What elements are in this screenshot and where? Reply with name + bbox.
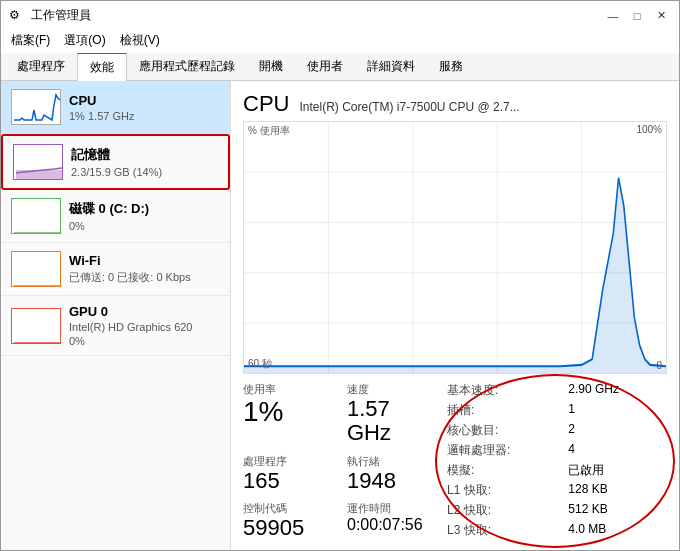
processes-label: 處理程序 — [243, 454, 327, 469]
memory-label: 記憶體 — [71, 146, 218, 164]
logical-label: 邏輯處理器: — [447, 442, 558, 459]
cpu-chart: % 使用率 100% 60 秒 0 — [243, 121, 667, 374]
speed-label: 速度 — [347, 382, 431, 397]
processes-stat: 處理程序 165 — [243, 454, 327, 493]
uptime-value: 0:00:07:56 — [347, 516, 431, 534]
stats-right: 基本速度: 2.90 GHz 插槽: 1 核心數目: 2 邏輯處理器: 4 模擬… — [447, 382, 667, 540]
handles-stat: 控制代碼 59905 — [243, 501, 327, 540]
threads-label: 執行緒 — [347, 454, 431, 469]
menu-bar: 檔案(F) 選項(O) 檢視(V) — [1, 28, 679, 53]
virt-value: 已啟用 — [568, 462, 667, 479]
app-icon: ⚙ — [9, 8, 25, 24]
minimize-button[interactable]: — — [603, 8, 623, 24]
chart-y-min: 0 — [656, 360, 662, 371]
stats-bottom: 使用率 1% 速度 1.57 GHz 處理程序 165 執行緒 — [243, 382, 667, 540]
svg-rect-1 — [16, 170, 62, 179]
cpu-info: CPU 1% 1.57 GHz — [69, 93, 220, 122]
tab-services[interactable]: 服務 — [427, 53, 475, 80]
l3-label: L3 快取: — [447, 522, 558, 539]
gpu-sublabel: Intel(R) HD Graphics 620 — [69, 321, 220, 333]
panel-subtitle: Intel(R) Core(TM) i7-7500U CPU @ 2.7... — [299, 100, 519, 114]
tab-processes[interactable]: 處理程序 — [5, 53, 77, 80]
maximize-button[interactable]: □ — [627, 8, 647, 24]
title-bar-left: ⚙ 工作管理員 — [9, 7, 91, 24]
speed-value: 1.57 GHz — [347, 397, 431, 445]
chart-y-max: 100% — [636, 124, 662, 135]
gpu-sublabel2: 0% — [69, 335, 220, 347]
processes-value: 165 — [243, 469, 327, 493]
l2-value: 512 KB — [568, 502, 667, 519]
uptime-label: 運作時間 — [347, 501, 431, 516]
gpu-label: GPU 0 — [69, 304, 220, 319]
cpu-sublabel: 1% 1.57 GHz — [69, 110, 220, 122]
tab-bar: 處理程序 效能 應用程式歷程記錄 開機 使用者 詳細資料 服務 — [1, 53, 679, 81]
sidebar-item-wifi[interactable]: Wi-Fi 已傳送: 0 已接收: 0 Kbps — [1, 243, 230, 296]
tab-users[interactable]: 使用者 — [295, 53, 355, 80]
gpu-thumbnail — [11, 308, 61, 344]
l2-label: L2 快取: — [447, 502, 558, 519]
wifi-thumbnail — [11, 251, 61, 287]
sidebar-item-disk[interactable]: 磁碟 0 (C: D:) 0% — [1, 190, 230, 243]
menu-view[interactable]: 檢視(V) — [114, 30, 166, 51]
menu-file[interactable]: 檔案(F) — [5, 30, 56, 51]
tab-startup[interactable]: 開機 — [247, 53, 295, 80]
tab-details[interactable]: 詳細資料 — [355, 53, 427, 80]
wifi-info: Wi-Fi 已傳送: 0 已接收: 0 Kbps — [69, 253, 220, 285]
sockets-value: 1 — [568, 402, 667, 419]
tab-app-history[interactable]: 應用程式歷程記錄 — [127, 53, 247, 80]
tab-performance[interactable]: 效能 — [77, 53, 127, 81]
handles-value: 59905 — [243, 516, 327, 540]
disk-label: 磁碟 0 (C: D:) — [69, 200, 220, 218]
sidebar: CPU 1% 1.57 GHz 記憶體 2.3/15.9 GB (14%) — [1, 81, 231, 550]
usage-value: 1% — [243, 397, 327, 428]
stats-left-grid: 使用率 1% 速度 1.57 GHz 處理程序 165 執行緒 — [243, 382, 431, 540]
cpu-label: CPU — [69, 93, 220, 108]
logical-value: 4 — [568, 442, 667, 459]
sidebar-item-gpu[interactable]: GPU 0 Intel(R) HD Graphics 620 0% — [1, 296, 230, 356]
sidebar-item-cpu[interactable]: CPU 1% 1.57 GHz — [1, 81, 230, 134]
gpu-info: GPU 0 Intel(R) HD Graphics 620 0% — [69, 304, 220, 347]
main-window: ⚙ 工作管理員 — □ ✕ 檔案(F) 選項(O) 檢視(V) 處理程序 效能 … — [0, 0, 680, 551]
cpu-thumbnail — [11, 89, 61, 125]
l1-label: L1 快取: — [447, 482, 558, 499]
sockets-label: 插槽: — [447, 402, 558, 419]
wifi-sublabel: 已傳送: 0 已接收: 0 Kbps — [69, 270, 220, 285]
base-speed-label: 基本速度: — [447, 382, 558, 399]
speed-stat: 速度 1.57 GHz — [347, 382, 431, 445]
specs-grid: 基本速度: 2.90 GHz 插槽: 1 核心數目: 2 邏輯處理器: 4 模擬… — [447, 382, 667, 539]
uptime-stat: 運作時間 0:00:07:56 — [347, 501, 431, 540]
memory-sublabel: 2.3/15.9 GB (14%) — [71, 166, 218, 178]
threads-stat: 執行緒 1948 — [347, 454, 431, 493]
threads-value: 1948 — [347, 469, 431, 493]
title-controls: — □ ✕ — [603, 8, 671, 24]
disk-info: 磁碟 0 (C: D:) 0% — [69, 200, 220, 232]
menu-options[interactable]: 選項(O) — [58, 30, 111, 51]
usage-stat: 使用率 1% — [243, 382, 327, 445]
usage-label: 使用率 — [243, 382, 327, 397]
cores-label: 核心數目: — [447, 422, 558, 439]
stats-left: 使用率 1% 速度 1.57 GHz 處理程序 165 執行緒 — [243, 382, 431, 540]
main-content: CPU 1% 1.57 GHz 記憶體 2.3/15.9 GB (14%) — [1, 81, 679, 550]
close-button[interactable]: ✕ — [651, 8, 671, 24]
disk-thumbnail — [11, 198, 61, 234]
sidebar-item-memory[interactable]: 記憶體 2.3/15.9 GB (14%) — [1, 134, 230, 190]
right-panel: CPU Intel(R) Core(TM) i7-7500U CPU @ 2.7… — [231, 81, 679, 550]
chart-x-label: 60 秒 — [248, 357, 272, 371]
title-bar: ⚙ 工作管理員 — □ ✕ — [1, 1, 679, 28]
chart-y-label: % 使用率 — [248, 124, 290, 138]
memory-info: 記憶體 2.3/15.9 GB (14%) — [71, 146, 218, 178]
handles-label: 控制代碼 — [243, 501, 327, 516]
l1-value: 128 KB — [568, 482, 667, 499]
virt-label: 模擬: — [447, 462, 558, 479]
cores-value: 2 — [568, 422, 667, 439]
panel-title: CPU — [243, 91, 289, 117]
disk-sublabel: 0% — [69, 220, 220, 232]
base-speed-value: 2.90 GHz — [568, 382, 667, 399]
wifi-label: Wi-Fi — [69, 253, 220, 268]
right-header: CPU Intel(R) Core(TM) i7-7500U CPU @ 2.7… — [243, 91, 667, 117]
l3-value: 4.0 MB — [568, 522, 667, 539]
memory-thumbnail — [13, 144, 63, 180]
svg-marker-10 — [244, 178, 666, 373]
window-title: 工作管理員 — [31, 7, 91, 24]
cpu-chart-svg — [244, 122, 666, 373]
